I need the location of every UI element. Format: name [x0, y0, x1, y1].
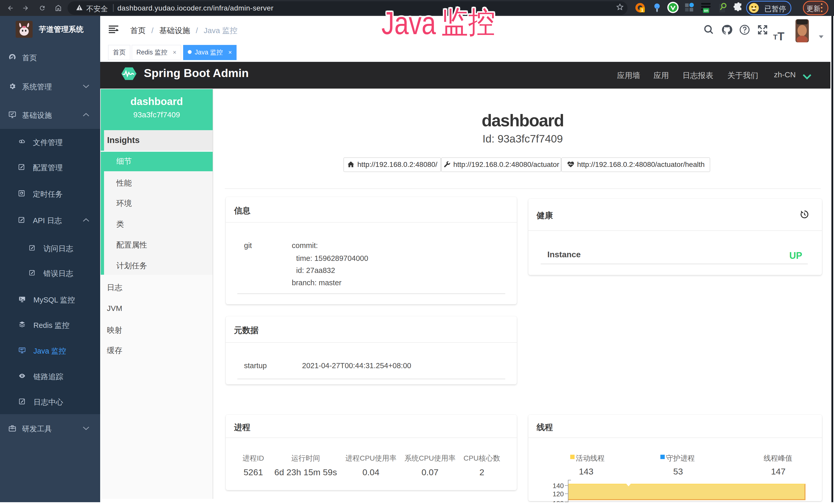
svg-text:on: on — [704, 9, 708, 13]
svg-text:1: 1 — [641, 8, 643, 12]
